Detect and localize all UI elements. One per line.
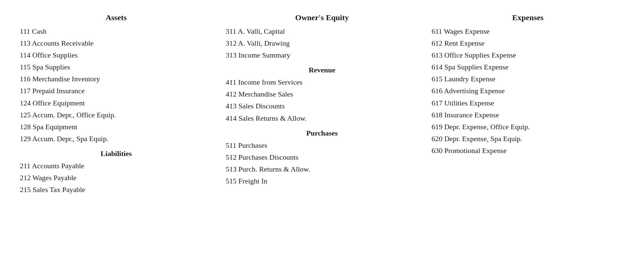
account-item: 211 Accounts Payable (20, 160, 84, 172)
account-item: 312 A. Valli, Drawing (226, 37, 289, 49)
account-item: 311 A. Valli, Capital (226, 25, 285, 37)
column-equity-revenue-purchases: Owner's Equity311 A. Valli, Capital312 A… (226, 13, 418, 196)
account-item: 113 Accounts Receivable (20, 37, 94, 49)
account-item: 124 Office Equipment (20, 97, 85, 109)
account-item: 413 Sales Discounts (226, 100, 284, 112)
section-header-liabilities: Liabilities (20, 149, 212, 158)
account-item: 515 Freight In (226, 175, 267, 187)
account-item: 615 Laundry Expense (432, 73, 495, 85)
account-item: 116 Merchandise Inventory (20, 73, 100, 85)
account-item: 414 Sales Returns & Allow. (226, 112, 307, 124)
account-item: 512 Purchases Discounts (226, 151, 298, 163)
account-item: 617 Utilities Expense (432, 97, 494, 109)
account-item: 313 Income Summary (226, 49, 290, 61)
account-item: 411 Income from Services (226, 76, 302, 88)
chart-of-accounts: Assets111 Cash113 Accounts Receivable114… (20, 13, 624, 196)
column-assets-liabilities: Assets111 Cash113 Accounts Receivable114… (20, 13, 212, 196)
section-header-owners-equity: Owner's Equity (226, 13, 418, 22)
account-item: 630 Promotional Expense (432, 145, 507, 157)
account-item: 212 Wages Payable (20, 172, 76, 184)
account-item: 618 Insurance Expense (432, 109, 499, 121)
account-item: 129 Accum. Depr., Spa Equip. (20, 133, 108, 145)
account-item: 614 Spa Supplies Expense (432, 61, 509, 73)
account-item: 612 Rent Expense (432, 37, 485, 49)
account-item: 115 Spa Supplies (20, 61, 70, 73)
column-expenses: Expenses611 Wages Expense612 Rent Expens… (432, 13, 624, 196)
account-item: 511 Purchases (226, 139, 267, 151)
account-item: 613 Office Supplies Expense (432, 49, 516, 61)
account-item: 128 Spa Equipment (20, 121, 77, 133)
account-item: 616 Advertising Expense (432, 85, 505, 97)
section-header-expenses: Expenses (432, 13, 624, 22)
account-item: 513 Purch. Returns & Allow. (226, 163, 310, 175)
account-item: 619 Depr. Expense, Office Equip. (432, 121, 530, 133)
section-header-assets: Assets (20, 13, 212, 22)
account-item: 114 Office Supplies (20, 49, 78, 61)
account-item: 412 Merchandise Sales (226, 88, 293, 100)
section-header-purchases: Purchases (226, 129, 418, 138)
account-item: 620 Depr. Expense, Spa Equip. (432, 133, 522, 145)
account-item: 611 Wages Expense (432, 25, 490, 37)
account-item: 125 Accum. Depr., Office Equip. (20, 109, 116, 121)
account-item: 111 Cash (20, 25, 47, 37)
account-item: 215 Sales Tax Payable (20, 184, 85, 196)
account-item: 117 Prepaid Insurance (20, 85, 85, 97)
section-header-revenue: Revenue (226, 66, 418, 74)
